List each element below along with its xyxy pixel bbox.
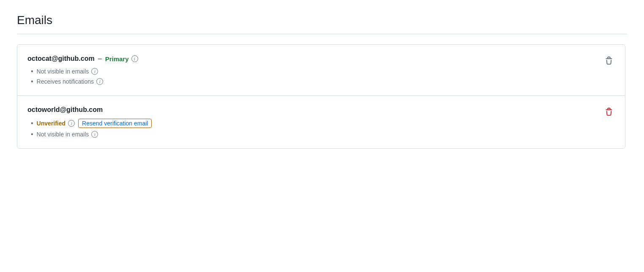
delete-secondary-email-button[interactable] bbox=[603, 106, 615, 118]
trash-icon bbox=[605, 57, 613, 65]
delete-primary-email-button[interactable] bbox=[603, 55, 615, 67]
secondary-email-details: • Unverified i Resend verification email… bbox=[27, 119, 615, 138]
email-row-secondary: octoworld@github.com • Unverified i Rese… bbox=[17, 96, 625, 148]
primary-badge-info-icon[interactable]: i bbox=[131, 55, 138, 62]
secondary-email-address: octoworld@github.com bbox=[27, 106, 103, 114]
primary-notifications-text: Receives notifications bbox=[37, 78, 94, 85]
unverified-info-icon[interactable]: i bbox=[68, 120, 75, 127]
primary-email-address: octocat@github.com bbox=[27, 55, 95, 63]
section-divider bbox=[17, 34, 627, 34]
primary-email-dash: – bbox=[98, 55, 102, 63]
page-title: Emails bbox=[17, 14, 627, 27]
primary-detail-notifications: • Receives notifications i bbox=[27, 78, 615, 85]
secondary-detail-visibility: • Not visible in emails i bbox=[27, 131, 615, 138]
email-row-primary: octocat@github.com – Primary i • Not vis… bbox=[17, 45, 625, 96]
unverified-badge: Unverified bbox=[37, 120, 65, 127]
secondary-visibility-info-icon[interactable]: i bbox=[91, 131, 98, 138]
bullet-icon: • bbox=[31, 78, 33, 85]
bullet-icon: • bbox=[31, 120, 33, 127]
email-header-primary: octocat@github.com – Primary i bbox=[27, 55, 615, 63]
secondary-detail-unverified: • Unverified i Resend verification email bbox=[27, 119, 615, 128]
visibility-info-icon[interactable]: i bbox=[91, 68, 98, 75]
email-header-secondary: octoworld@github.com bbox=[27, 106, 615, 114]
trash-danger-icon bbox=[605, 108, 613, 116]
primary-badge: Primary bbox=[105, 55, 129, 63]
primary-email-details: • Not visible in emails i • Receives not… bbox=[27, 68, 615, 85]
unverified-row: Unverified i Resend verification email bbox=[37, 119, 152, 128]
primary-visibility-text: Not visible in emails bbox=[37, 68, 89, 75]
bullet-icon: • bbox=[31, 68, 33, 75]
secondary-visibility-text: Not visible in emails bbox=[37, 131, 89, 138]
notifications-info-icon[interactable]: i bbox=[96, 78, 103, 85]
bullet-icon: • bbox=[31, 131, 33, 138]
emails-container: octocat@github.com – Primary i • Not vis… bbox=[17, 44, 625, 149]
resend-verification-link[interactable]: Resend verification email bbox=[78, 119, 152, 128]
primary-detail-visibility: • Not visible in emails i bbox=[27, 68, 615, 75]
